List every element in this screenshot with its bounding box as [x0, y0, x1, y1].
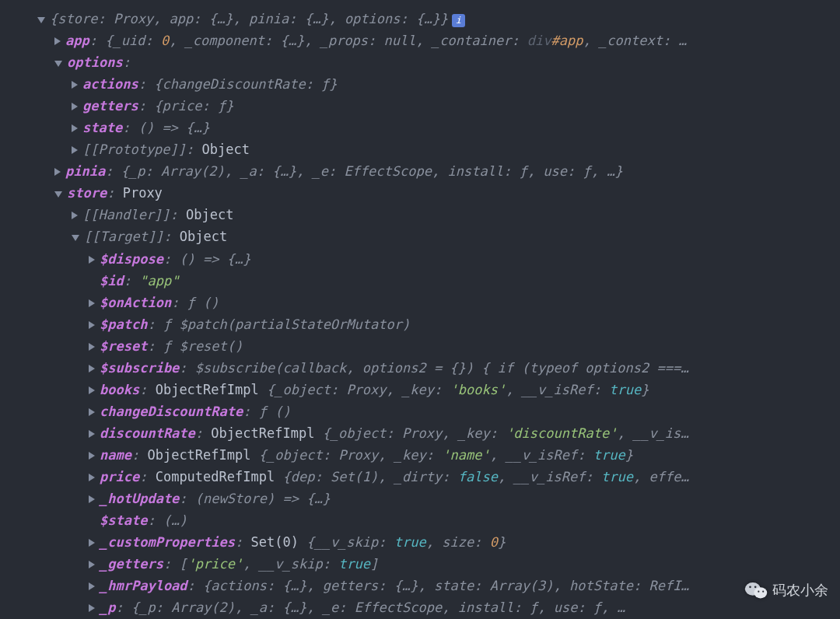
info-icon[interactable]: i — [452, 14, 465, 27]
prop-target-hotupdate[interactable]: _hotUpdate: (newStore) => {…} — [0, 488, 840, 509]
chevron-down-icon — [54, 191, 62, 198]
chevron-right-icon — [89, 343, 95, 351]
prop-target-patch[interactable]: $patch: ƒ $patch(partialStateOrMutator) — [0, 313, 840, 335]
root-summary[interactable]: { store: Proxy, app: {…}, pinia: {…}, op… — [0, 8, 840, 30]
chevron-right-icon — [72, 146, 78, 154]
chevron-right-icon — [89, 386, 95, 394]
prop-target-books[interactable]: books: ObjectRefImpl { _object: Proxy, _… — [0, 379, 840, 400]
chevron-right-icon — [89, 365, 95, 372]
chevron-down-icon — [37, 17, 45, 23]
chevron-right-icon — [72, 212, 78, 219]
prop-target-reset[interactable]: $reset: ƒ $reset() — [0, 335, 840, 357]
wechat-icon — [744, 580, 768, 600]
prop-target-customproperties[interactable]: _customProperties: Set(0) { __v_skip: tr… — [0, 531, 840, 553]
prop-app[interactable]: app: { _uid: 0, _component: {…}, _props:… — [0, 30, 840, 51]
prop-options-actions[interactable]: actions: {changeDiscountRate: ƒ} — [0, 73, 840, 95]
chevron-right-icon — [89, 430, 95, 438]
chevron-right-icon — [89, 321, 95, 329]
prop-store-handler[interactable]: [[Handler]]: Object — [0, 204, 840, 226]
prop-target-id[interactable]: $id: "app" — [0, 270, 840, 292]
svg-point-3 — [754, 586, 757, 589]
chevron-down-icon — [72, 235, 79, 241]
chevron-right-icon — [89, 408, 95, 416]
chevron-down-icon — [54, 61, 62, 67]
prop-target-subscribe[interactable]: $subscribe: $subscribe(callback, options… — [0, 357, 840, 379]
prop-target-price[interactable]: price: ComputedRefImpl { dep: Set(1), _d… — [0, 466, 840, 488]
chevron-right-icon — [89, 474, 95, 481]
svg-point-4 — [758, 591, 759, 593]
watermark: 码农小余 — [744, 579, 828, 602]
chevron-right-icon — [54, 37, 61, 45]
watermark-text: 码农小余 — [772, 579, 828, 602]
key: store — [58, 8, 97, 30]
chevron-right-icon — [89, 299, 95, 307]
chevron-right-icon — [72, 103, 78, 110]
prop-target-hmrpayload[interactable]: _hmrPayload: { actions: {…}, getters: {…… — [0, 575, 840, 596]
chevron-right-icon — [72, 81, 78, 89]
prop-target-getters[interactable]: _getters: ['price', __v_skip: true] — [0, 553, 840, 575]
chevron-right-icon — [89, 256, 95, 264]
chevron-right-icon — [89, 452, 95, 460]
chevron-right-icon — [89, 539, 95, 547]
prop-pinia[interactable]: pinia: { _p: Array(2), _a: {…}, _e: Effe… — [0, 160, 840, 182]
chevron-right-icon — [89, 561, 95, 568]
prop-store-target[interactable]: [[Target]]: Object — [0, 226, 840, 247]
prop-target-onaction[interactable]: $onAction: ƒ () — [0, 292, 840, 313]
brace-open: { — [50, 8, 58, 30]
prop-target-dispose[interactable]: $dispose: () => {…} — [0, 248, 840, 270]
prop-options-prototype[interactable]: [[Prototype]]: Object — [0, 138, 840, 160]
chevron-right-icon — [72, 124, 78, 132]
prop-options-state[interactable]: state: () => {…} — [0, 117, 840, 138]
chevron-right-icon — [89, 495, 95, 503]
chevron-right-icon — [89, 604, 95, 612]
prop-target-p[interactable]: _p: { _p: Array(2), _a: {…}, _e: EffectS… — [0, 596, 840, 618]
prop-target-name[interactable]: name: ObjectRefImpl { _object: Proxy, _k… — [0, 444, 840, 466]
svg-point-5 — [762, 591, 764, 593]
prop-target-discountrate[interactable]: discountRate: ObjectRefImpl { _object: P… — [0, 422, 840, 444]
prop-target-changediscountrate[interactable]: changeDiscountRate: ƒ () — [0, 400, 840, 422]
prop-options-getters[interactable]: getters: {price: ƒ} — [0, 95, 840, 117]
chevron-right-icon — [54, 168, 61, 176]
svg-point-1 — [754, 587, 768, 598]
chevron-right-icon — [89, 582, 95, 590]
svg-point-2 — [749, 586, 751, 589]
prop-options[interactable]: options: — [0, 51, 840, 73]
prop-store[interactable]: store: Proxy — [0, 182, 840, 204]
prop-target-state[interactable]: $state: (…) — [0, 509, 840, 531]
